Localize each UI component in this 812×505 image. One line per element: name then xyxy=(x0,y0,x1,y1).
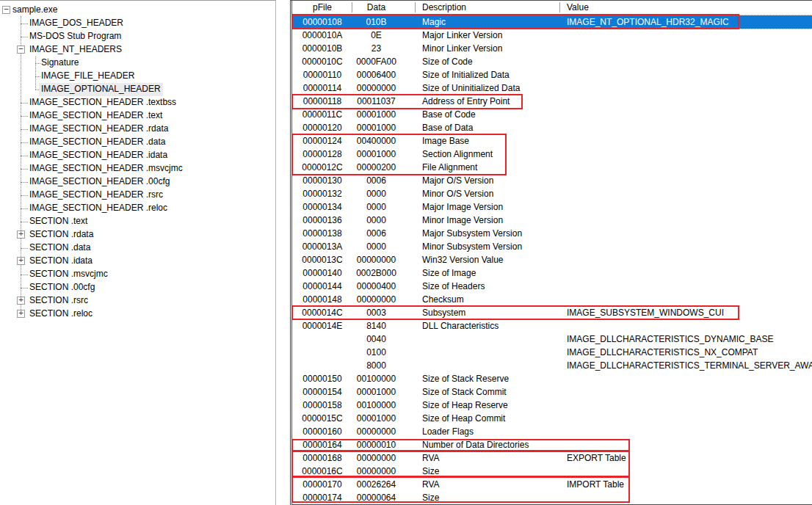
expander-plus-icon[interactable]: + xyxy=(17,297,25,305)
table-row[interactable]: 0100IMAGE_DLLCHARACTERISTICS_NX_COMPAT xyxy=(292,346,812,359)
expander-plus-icon[interactable]: + xyxy=(17,230,25,239)
table-row[interactable]: 0000012800001000Section Alignment xyxy=(292,148,812,161)
cell-pfile: 00000108 xyxy=(292,15,352,29)
cell-desc: Minor Linker Version xyxy=(422,42,559,55)
tree-item-image-section-header-rsrc[interactable]: IMAGE_SECTION_HEADER .rsrc xyxy=(0,189,275,202)
cell-desc xyxy=(422,359,559,372)
cell-data: 0000 xyxy=(349,187,404,200)
expander-minus-icon[interactable]: − xyxy=(17,46,25,54)
table-row[interactable]: 0000015400001000Size of Stack Commit xyxy=(292,385,812,399)
table-row[interactable]: 0000012000001000Base of Data xyxy=(292,121,812,134)
table-row[interactable]: 000001360000Minor Image Version xyxy=(292,214,812,227)
table-row[interactable]: 0000013A0000Minor Subsystem Version xyxy=(292,240,812,253)
table-row[interactable]: 0000015000100000Size of Stack Reserve xyxy=(292,372,812,385)
table-row[interactable]: 0000014C0003SubsystemIMAGE_SUBSYSTEM_WIN… xyxy=(292,306,812,319)
cell-data: 00000064 xyxy=(349,491,404,504)
table-row[interactable]: 00000108010BMagicIMAGE_NT_OPTIONAL_HDR32… xyxy=(292,15,812,29)
cell-pfile: 00000136 xyxy=(292,214,352,227)
tree-item-image-section-header-msvcjmc[interactable]: IMAGE_SECTION_HEADER .msvcjmc xyxy=(0,162,275,175)
expander-plus-icon[interactable]: + xyxy=(17,257,25,265)
table-row[interactable]: 8000IMAGE_DLLCHARACTERISTICS_TERMINAL_SE… xyxy=(292,359,812,372)
cell-data: 23 xyxy=(349,42,404,55)
tree-item-image-section-header-data[interactable]: IMAGE_SECTION_HEADER .data xyxy=(0,136,275,149)
tree-item-image-section-header-textbss[interactable]: IMAGE_SECTION_HEADER .textbss xyxy=(0,96,275,109)
cell-pfile: 0000013A xyxy=(292,240,352,253)
table-row[interactable]: 0000011400000000Size of Uninitialized Da… xyxy=(292,81,812,95)
cell-pfile xyxy=(292,333,352,346)
tree-item-image-section-header-rdata[interactable]: IMAGE_SECTION_HEADER .rdata xyxy=(0,123,275,136)
expander-plus-icon[interactable]: + xyxy=(17,310,25,318)
tree-item-image-section-header-idata[interactable]: IMAGE_SECTION_HEADER .idata xyxy=(0,149,275,162)
cell-data: 00000000 xyxy=(349,425,404,438)
tree-item-image-section-header-reloc[interactable]: IMAGE_SECTION_HEADER .reloc xyxy=(0,202,275,215)
table-row[interactable]: 0000016C00000000Size xyxy=(292,465,812,478)
table-row[interactable]: 0000013C00000000Win32 Version Value xyxy=(292,253,812,266)
tree-item-ms-dos-stub-program[interactable]: MS-DOS Stub Program xyxy=(0,30,275,43)
tree-item-image-dos-header[interactable]: IMAGE_DOS_HEADER xyxy=(0,17,275,30)
cell-data: 00000000 xyxy=(349,253,404,266)
cell-desc: Number of Data Directories xyxy=(422,438,559,451)
table-row[interactable]: 0000016400000010Number of Data Directori… xyxy=(292,438,812,451)
cell-desc: Section Alignment xyxy=(422,148,559,161)
table-row[interactable]: 0000012400400000Image Base xyxy=(292,134,812,148)
cell-desc: Base of Data xyxy=(422,121,559,134)
table-row[interactable]: 0000017000026264RVAIMPORT Table xyxy=(292,478,812,491)
tree-item-image-nt-headers[interactable]: −IMAGE_NT_HEADERS xyxy=(0,43,275,57)
cell-pfile: 00000160 xyxy=(292,425,352,438)
tree-item-section-data[interactable]: SECTION .data xyxy=(0,241,275,255)
table-row[interactable]: 0000011000006400Size of Initialized Data xyxy=(292,68,812,81)
table-row[interactable]: 0000014400000400Size of Headers xyxy=(292,280,812,293)
panel-splitter[interactable] xyxy=(276,0,290,505)
cell-data: 00011037 xyxy=(349,95,404,108)
table-row[interactable]: 0000015C00001000Size of Heap Commit xyxy=(292,412,812,425)
cell-desc: Win32 Version Value xyxy=(422,253,559,266)
tree-item-image-file-header[interactable]: IMAGE_FILE_HEADER xyxy=(0,70,275,83)
table-row[interactable]: 000001400002B000Size of Image xyxy=(292,266,812,280)
cell-value xyxy=(567,372,812,385)
tree-item-label: IMAGE_SECTION_HEADER .text xyxy=(27,109,164,123)
table-row[interactable]: 0000010A0EMajor Linker Version xyxy=(292,29,812,42)
table-row[interactable]: 0000011800011037Address of Entry Point xyxy=(292,95,812,108)
tree-item-section-rsrc[interactable]: +SECTION .rsrc xyxy=(0,294,275,308)
tree-item-section-rdata[interactable]: +SECTION .rdata xyxy=(0,228,275,241)
table-row[interactable]: 0000014E8140DLL Characteristics xyxy=(292,319,812,333)
tree-item-section-reloc[interactable]: +SECTION .reloc xyxy=(0,308,275,321)
tree-item-image-section-header-text[interactable]: IMAGE_SECTION_HEADER .text xyxy=(0,109,275,123)
cell-pfile: 00000174 xyxy=(292,491,352,504)
table-row[interactable]: 000001380006Major Subsystem Version xyxy=(292,227,812,240)
table-row[interactable]: 000001300006Major O/S Version xyxy=(292,174,812,187)
tree-item-section-00cfg[interactable]: SECTION .00cfg xyxy=(0,281,275,294)
table-row[interactable]: 0000010C0000FA00Size of Code xyxy=(292,55,812,68)
cell-desc xyxy=(422,346,559,359)
cell-data: 0E xyxy=(349,29,404,42)
table-row[interactable]: 0000016000000000Loader Flags xyxy=(292,425,812,438)
tree-panel: −sample.exeIMAGE_DOS_HEADERMS-DOS Stub P… xyxy=(0,0,276,505)
cell-desc: File Alignment xyxy=(422,161,559,174)
tree-item-image-section-header-00cfg[interactable]: IMAGE_SECTION_HEADER .00cfg xyxy=(0,175,275,189)
table-row[interactable]: 000001320000Minor O/S Version xyxy=(292,187,812,200)
cell-desc: Subsystem xyxy=(422,306,559,319)
tree-item-section-idata[interactable]: +SECTION .idata xyxy=(0,255,275,268)
tree-item-sample-exe[interactable]: −sample.exe xyxy=(0,4,275,17)
table-row[interactable]: 0000016800000000RVAEXPORT Table xyxy=(292,451,812,465)
tree-item-image-optional-header[interactable]: IMAGE_OPTIONAL_HEADER xyxy=(0,83,275,96)
cell-value xyxy=(567,280,812,293)
table-row[interactable]: 0040IMAGE_DLLCHARACTERISTICS_DYNAMIC_BAS… xyxy=(292,333,812,346)
table-row[interactable]: 0000011C00001000Base of Code xyxy=(292,108,812,121)
tree-item-section-text[interactable]: SECTION .text xyxy=(0,215,275,228)
tree-item-signature[interactable]: Signature xyxy=(0,57,275,70)
table-row[interactable]: 0000017400000064Size xyxy=(292,491,812,504)
table-row[interactable]: 0000014800000000Checksum xyxy=(292,293,812,306)
cell-pfile: 00000158 xyxy=(292,399,352,412)
expander-minus-icon[interactable]: − xyxy=(2,6,10,14)
table-row[interactable]: 0000015800100000Size of Heap Reserve xyxy=(292,399,812,412)
cell-data: 00100000 xyxy=(349,399,404,412)
table-row[interactable]: 000001340000Major Image Version xyxy=(292,200,812,214)
table-row[interactable]: 0000010B23Minor Linker Version xyxy=(292,42,812,55)
cell-data: 00006400 xyxy=(349,68,404,81)
cell-value xyxy=(567,187,812,200)
tree-item-label: IMAGE_SECTION_HEADER .rsrc xyxy=(27,189,165,202)
table-row[interactable]: 0000012C00000200File Alignment xyxy=(292,161,812,174)
cell-data: 00000000 xyxy=(349,293,404,306)
tree-item-section-msvcjmc[interactable]: SECTION .msvcjmc xyxy=(0,268,275,281)
